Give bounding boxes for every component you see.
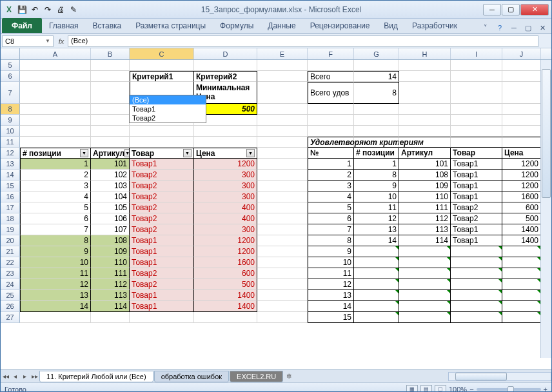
tab-insert[interactable]: Вставка bbox=[86, 18, 129, 33]
table-cell[interactable]: 4 bbox=[20, 191, 91, 202]
table-cell[interactable]: 101 bbox=[399, 159, 451, 170]
dropdown-item-2[interactable]: Товар2 bbox=[130, 113, 206, 122]
table-cell[interactable]: 108 bbox=[399, 170, 451, 181]
zoom-out-icon[interactable]: − bbox=[469, 386, 473, 393]
cell-J27[interactable] bbox=[502, 312, 541, 323]
table-cell[interactable]: Товар1 bbox=[451, 235, 502, 246]
table-cell[interactable]: 6 bbox=[20, 213, 91, 224]
row-14-head[interactable]: 14 bbox=[1, 170, 20, 181]
table-cell[interactable]: 1200 bbox=[194, 159, 257, 170]
maximize-button[interactable]: ▢ bbox=[502, 4, 520, 15]
cell-H12[interactable]: Артикул bbox=[399, 148, 451, 159]
tab-home[interactable]: Главная bbox=[42, 18, 86, 33]
view-layout-icon[interactable]: ▤ bbox=[420, 385, 432, 393]
table-cell[interactable]: 8 bbox=[354, 170, 399, 181]
cell-A12[interactable]: # позиции▼ bbox=[20, 148, 91, 159]
tab-nav-last[interactable]: ▸▸ bbox=[30, 373, 39, 380]
table-cell[interactable] bbox=[354, 268, 399, 279]
cell-H27[interactable] bbox=[399, 312, 451, 323]
table-cell[interactable]: 3 bbox=[308, 181, 354, 191]
table-cell[interactable]: 300 bbox=[194, 181, 257, 191]
table-cell[interactable]: 14 bbox=[354, 235, 399, 246]
row-6-head[interactable]: 6 bbox=[1, 71, 20, 82]
table-cell[interactable]: 3 bbox=[20, 181, 91, 191]
table-cell[interactable]: 8 bbox=[308, 235, 354, 246]
table-cell[interactable] bbox=[354, 279, 399, 290]
table-cell[interactable]: 114 bbox=[91, 301, 130, 312]
namebox-dropdown-icon[interactable]: ▼ bbox=[45, 38, 50, 44]
table-cell[interactable]: 1 bbox=[354, 159, 399, 170]
table-cell[interactable]: 113 bbox=[91, 290, 130, 301]
tool-icon[interactable]: ✎ bbox=[68, 4, 79, 15]
table-cell[interactable]: Товар2 bbox=[130, 170, 194, 181]
tab-data[interactable]: Данные bbox=[261, 18, 302, 33]
table-cell[interactable]: 1 bbox=[308, 159, 354, 170]
row-27-head[interactable]: 27 bbox=[1, 312, 20, 323]
table-cell[interactable]: 106 bbox=[91, 213, 130, 224]
row-20-head[interactable]: 20 bbox=[1, 235, 20, 246]
col-B[interactable]: B bbox=[91, 48, 130, 59]
row-19-head[interactable]: 19 bbox=[1, 224, 20, 235]
view-break-icon[interactable]: ▢ bbox=[435, 385, 446, 393]
table-cell[interactable]: Товар1 bbox=[130, 235, 194, 246]
scroll-thumb[interactable] bbox=[542, 69, 551, 198]
row-15-head[interactable]: 15 bbox=[1, 181, 20, 191]
table-cell[interactable]: 11 bbox=[354, 202, 399, 213]
cell-J12[interactable]: Цена bbox=[502, 148, 541, 159]
table-cell[interactable]: 14 bbox=[20, 301, 91, 312]
table-cell[interactable] bbox=[354, 257, 399, 268]
table-cell[interactable]: 112 bbox=[91, 279, 130, 290]
table-cell[interactable]: 2 bbox=[20, 170, 91, 181]
tab-view[interactable]: Вид bbox=[377, 18, 405, 33]
tab-review[interactable]: Рецензирование bbox=[303, 18, 377, 33]
zoom-slider[interactable] bbox=[477, 388, 541, 391]
cell-G6[interactable]: 14 bbox=[354, 71, 399, 82]
filter-C[interactable]: ▼ bbox=[183, 149, 192, 157]
vertical-scrollbar[interactable] bbox=[540, 60, 551, 358]
table-cell[interactable] bbox=[354, 301, 399, 312]
table-cell[interactable]: Товар2 bbox=[130, 268, 194, 279]
row-7-head[interactable]: 7 bbox=[1, 82, 20, 104]
row-22-head[interactable]: 22 bbox=[1, 257, 20, 268]
table-cell[interactable] bbox=[502, 246, 541, 257]
table-cell[interactable]: 7 bbox=[20, 224, 91, 235]
dropdown-item-all[interactable]: (Все) bbox=[130, 95, 206, 104]
table-cell[interactable] bbox=[399, 279, 451, 290]
filter-D[interactable]: ▼ bbox=[246, 149, 255, 157]
row-26-head[interactable]: 26 bbox=[1, 301, 20, 312]
table-cell[interactable] bbox=[451, 301, 502, 312]
fx-button[interactable]: fx bbox=[55, 37, 68, 45]
table-cell[interactable] bbox=[451, 246, 502, 257]
table-cell[interactable]: Товар2 bbox=[130, 181, 194, 191]
print-icon[interactable]: 🖨 bbox=[55, 4, 66, 15]
table-cell[interactable] bbox=[399, 268, 451, 279]
table-cell[interactable]: 4 bbox=[308, 191, 354, 202]
table-cell[interactable]: 109 bbox=[91, 246, 130, 257]
table-cell[interactable]: 300 bbox=[194, 191, 257, 202]
table-cell[interactable] bbox=[502, 301, 541, 312]
save-icon[interactable]: 💾 bbox=[16, 4, 28, 15]
table-cell[interactable]: Товар1 bbox=[130, 257, 194, 268]
table-cell[interactable]: 5 bbox=[20, 202, 91, 213]
hscroll-thumb[interactable] bbox=[455, 373, 507, 380]
table-cell[interactable]: 7 bbox=[308, 224, 354, 235]
row-9-head[interactable]: 9 bbox=[1, 115, 20, 126]
row-16-head[interactable]: 16 bbox=[1, 191, 20, 202]
row-23-head[interactable]: 23 bbox=[1, 268, 20, 279]
table-cell[interactable]: 500 bbox=[194, 279, 257, 290]
table-cell[interactable]: 14 bbox=[308, 301, 354, 312]
worksheet-grid[interactable]: A B C D E F G H I J 5 6 Критерий1 Критер… bbox=[1, 48, 551, 369]
col-C[interactable]: C bbox=[130, 48, 194, 59]
row-12-head[interactable]: 12 bbox=[1, 148, 20, 159]
row-8-head[interactable]: 8 bbox=[1, 104, 20, 115]
cell-I12[interactable]: Товар bbox=[451, 148, 502, 159]
table-cell[interactable]: Товар2 bbox=[451, 213, 502, 224]
table-cell[interactable]: 111 bbox=[91, 268, 130, 279]
table-cell[interactable]: Товар1 bbox=[451, 159, 502, 170]
table-cell[interactable]: Товар2 bbox=[130, 224, 194, 235]
table-cell[interactable]: 1200 bbox=[194, 235, 257, 246]
minimize-button[interactable]: ─ bbox=[483, 4, 501, 15]
table-cell[interactable] bbox=[354, 290, 399, 301]
table-cell[interactable]: 110 bbox=[399, 191, 451, 202]
cell-F27[interactable]: 15 bbox=[308, 312, 354, 323]
